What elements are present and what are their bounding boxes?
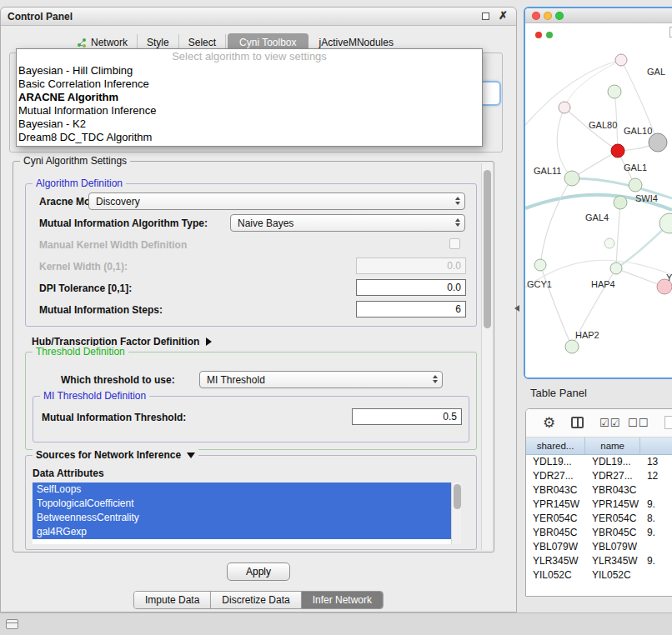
control-panel-titlebar: Control Panel ✗ [1, 8, 516, 26]
table-panel-window: ⚙ ☑☑ ☐☐ shared...name YDL19...YDL19...13… [525, 408, 672, 597]
apply-button[interactable]: Apply [227, 562, 290, 581]
network-node[interactable] [565, 340, 579, 353]
mi-type-value: Naive Bayes [238, 218, 293, 229]
algorithm-definition-title: Algorithm Definition [33, 178, 126, 189]
table-cell: YIL052C [585, 568, 640, 582]
table-row[interactable]: YPR145WYPR145W9. [526, 498, 672, 512]
zoom-traffic-light[interactable] [555, 12, 564, 20]
network-node[interactable] [614, 196, 627, 209]
mi-steps-input[interactable]: 6 [356, 301, 466, 318]
column-header[interactable] [640, 438, 672, 454]
collapse-down-icon[interactable] [187, 452, 195, 458]
close-traffic-light[interactable] [532, 12, 540, 20]
attribute-list: SelfLoopsTopologicalCoefficientBetweenne… [33, 482, 461, 544]
table-cell: YLR345W [526, 554, 585, 568]
tab-label: Select [188, 37, 216, 48]
panel-dock-icon[interactable] [6, 619, 18, 629]
table-row[interactable]: YLR345WYLR345W9. [526, 554, 672, 568]
aracne-mode-select[interactable]: Discovery [88, 192, 465, 210]
node-label: GAL11 [534, 166, 561, 176]
mi-threshold-group: MI Threshold Definition Mutual Informati… [33, 396, 469, 442]
gear-icon[interactable]: ⚙ [543, 414, 555, 432]
table-cell [640, 568, 672, 582]
attribute-list-item[interactable]: SelfLoops [33, 482, 451, 497]
node-label: Y [666, 272, 672, 282]
combo-arrows-icon [433, 375, 438, 383]
table-row[interactable]: YIL052CYIL052C [526, 568, 672, 582]
node-label: GAL10 [624, 126, 652, 136]
tab-impute-data[interactable]: Impute Data [134, 592, 211, 608]
tab-label: Style [147, 37, 169, 48]
deselect-all-columns-icon[interactable]: ☐☐ [628, 417, 649, 429]
toolbar-overflow-icon[interactable] [664, 416, 672, 429]
dpi-tolerance-input[interactable]: 0.0 [356, 279, 466, 296]
algorithm-option[interactable]: Mutual Information Inference [17, 104, 482, 118]
table-cell: YDR27... [526, 469, 585, 483]
network-window-titlebar [525, 8, 672, 23]
view-indicator-dot[interactable] [546, 32, 553, 38]
settings-scrollbar[interactable] [481, 163, 492, 550]
float-window-icon[interactable] [482, 12, 489, 20]
table-cell: YBR043C [585, 483, 640, 498]
network-node[interactable] [559, 102, 570, 113]
table-cell: YPR145W [585, 498, 640, 512]
column-header[interactable]: shared... [526, 438, 585, 454]
algorithm-option[interactable]: ARACNE Algorithm [17, 91, 482, 104]
attribute-list-item[interactable]: BetweennessCentrality [33, 511, 451, 525]
tab-discretize-data[interactable]: Discretize Data [211, 592, 301, 608]
table-cell: YDR27... [585, 469, 640, 483]
manual-kernel-checkbox[interactable] [449, 238, 460, 249]
table-row[interactable]: YDL19...YDL19...13 [526, 455, 672, 469]
node-label: GAL4 [585, 212, 609, 222]
network-node[interactable] [604, 238, 614, 248]
expand-right-icon[interactable] [206, 338, 212, 346]
table-toolbar: ⚙ ☑☑ ☐☐ [526, 409, 672, 438]
network-node[interactable] [608, 85, 621, 98]
sources-group-title[interactable]: Sources for Network Inference [33, 449, 198, 461]
table-row[interactable]: YDR27...YDR27...12 [526, 469, 672, 483]
attribute-list-item[interactable]: TopologicalCoefficient [33, 497, 451, 511]
tab-infer-network[interactable]: Infer Network [302, 592, 383, 608]
network-node[interactable] [534, 259, 546, 271]
table-cell: 9. [640, 498, 672, 512]
node-label: GAL80 [589, 120, 617, 130]
algorithm-option[interactable]: Bayesian - Hill Climbing [17, 64, 482, 78]
scroll-thumb[interactable] [484, 170, 491, 328]
network-node[interactable] [649, 133, 667, 152]
mi-type-select[interactable]: Naive Bayes [230, 214, 465, 232]
algorithm-option[interactable]: Bayesian - K2 [17, 118, 482, 131]
data-attributes-label: Data Attributes [33, 468, 104, 479]
algorithm-option[interactable]: Dream8 DC_TDC Algorithm [17, 131, 482, 144]
algorithm-option[interactable]: Basic Correlation Inference [17, 78, 482, 91]
close-icon[interactable]: ✗ [499, 9, 508, 22]
which-threshold-label: Which threshold to use: [61, 374, 175, 386]
network-node[interactable] [610, 262, 622, 274]
kernel-width-input[interactable]: 0.0 [356, 258, 466, 274]
which-threshold-select[interactable]: MI Threshold [199, 371, 443, 388]
table-row[interactable]: YBR043CYBR043C [526, 483, 672, 498]
table-cell: YBL079W [526, 540, 585, 554]
attribute-list-scrollbar[interactable] [451, 482, 461, 544]
table-row[interactable]: YER054CYER054C8. [526, 512, 672, 526]
scroll-thumb[interactable] [454, 484, 461, 509]
table-cell: YIL052C [526, 568, 585, 582]
table-cell [640, 540, 672, 554]
select-all-columns-icon[interactable]: ☑☑ [599, 417, 620, 429]
table-row[interactable]: YBL079WYBL079W [526, 540, 672, 554]
network-node[interactable] [629, 178, 642, 192]
network-node[interactable] [564, 171, 579, 186]
mi-threshold-input[interactable]: 0.5 [352, 408, 462, 425]
view-indicator-dot[interactable] [535, 32, 542, 38]
table-row[interactable]: YBR045CYBR045C9. [526, 526, 672, 540]
network-canvas[interactable]: GALGAL80GAL10GAL11GAL1SWI4GAL4GCY1HAP4YH… [525, 23, 672, 378]
minimize-traffic-light[interactable] [544, 12, 552, 20]
cyni-algorithm-settings-group: Cyni Algorithm Settings Algorithm Defini… [13, 161, 494, 552]
attribute-list-item[interactable]: gal4RGexp [33, 525, 451, 539]
table-cell: 13 [640, 455, 672, 469]
network-node[interactable] [611, 144, 624, 158]
columns-icon[interactable] [571, 417, 584, 428]
panel-splitter-arrow[interactable] [514, 305, 519, 312]
network-node[interactable] [615, 54, 627, 66]
column-header[interactable]: name [585, 438, 640, 454]
table-cell: YER054C [526, 512, 585, 526]
